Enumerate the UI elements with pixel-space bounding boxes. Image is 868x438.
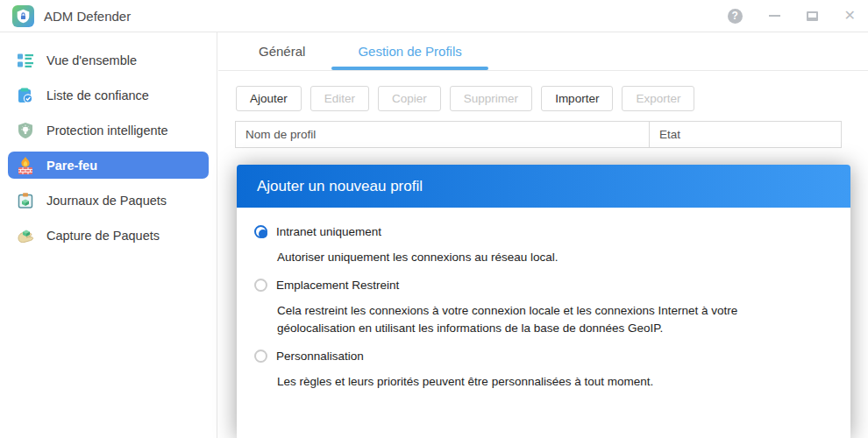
close-icon[interactable]: ✕ <box>844 9 856 23</box>
trust-list-icon <box>15 85 36 106</box>
dialog-body: Intranet uniquement Autoriser uniquement… <box>237 208 850 391</box>
option-description: Cela restreint les connexions à votre co… <box>277 302 819 337</box>
minimize-icon[interactable] <box>769 15 780 17</box>
column-header-profile-name[interactable]: Nom de profil <box>236 122 650 147</box>
option-label: Emplacement Restreint <box>276 279 399 292</box>
export-button[interactable]: Exporter <box>622 86 694 111</box>
maximize-icon[interactable] <box>807 11 818 21</box>
smart-protection-icon <box>15 120 36 141</box>
sidebar-item-label: Journaux de Paquets <box>46 194 167 208</box>
sidebar-item-packet-logs[interactable]: Journaux de Paquets <box>8 187 209 214</box>
sidebar-item-packet-capture[interactable]: Capture de Paquets <box>8 222 209 249</box>
packet-logs-icon <box>15 190 36 211</box>
import-button[interactable]: Importer <box>541 86 613 111</box>
sidebar-item-label: Capture de Paquets <box>46 229 160 243</box>
sidebar-item-firewall[interactable]: Pare-feu <box>8 152 209 179</box>
add-button[interactable]: Ajouter <box>236 86 302 111</box>
option-description: Autoriser uniquement les connexions au r… <box>277 249 819 266</box>
option-intranet-only: Intranet uniquement Autoriser uniquement… <box>254 225 831 266</box>
option-label: Intranet uniquement <box>276 225 381 238</box>
radio-unselected-icon[interactable] <box>254 279 267 292</box>
radio-row-intranet-only[interactable]: Intranet uniquement <box>254 225 831 238</box>
option-restricted-location: Emplacement Restreint Cela restreint les… <box>254 279 831 337</box>
tab-general[interactable]: Général <box>232 32 331 70</box>
delete-button[interactable]: Supprimer <box>450 86 532 111</box>
help-icon[interactable]: ? <box>728 9 743 24</box>
copy-button[interactable]: Copier <box>378 86 441 111</box>
shield-lock-icon <box>16 9 31 24</box>
column-header-state[interactable]: Etat <box>650 122 841 147</box>
sidebar-item-label: Protection intelligente <box>46 124 168 138</box>
sidebar-item-smart-protection[interactable]: Protection intelligente <box>8 117 209 144</box>
sidebar-item-label: Pare-feu <box>46 159 97 173</box>
profile-table-header: Nom de profil Etat <box>235 121 842 148</box>
option-description: Les règles et leurs priorités peuvent êt… <box>277 373 819 391</box>
adm-defender-app-icon <box>12 5 34 27</box>
sidebar: Vue d'ensemble Liste de confiance <box>0 32 217 438</box>
window-controls: ? ✕ <box>728 9 856 24</box>
sidebar-item-label: Vue d'ensemble <box>46 53 137 67</box>
dialog-title: Ajouter un nouveau profil <box>237 165 850 208</box>
sidebar-item-overview[interactable]: Vue d'ensemble <box>8 46 209 74</box>
radio-row-restricted-location[interactable]: Emplacement Restreint <box>254 279 831 292</box>
radio-unselected-icon[interactable] <box>254 350 267 363</box>
add-profile-dialog: Ajouter un nouveau profil Intranet uniqu… <box>237 165 850 438</box>
title-bar: ADM Defender ? ✕ <box>0 0 868 32</box>
packet-capture-icon <box>15 225 36 246</box>
overview-icon <box>15 50 36 71</box>
tab-bar: Général Gestion de Profils <box>218 32 868 71</box>
radio-selected-icon[interactable] <box>254 225 267 238</box>
firewall-icon <box>15 155 36 176</box>
option-label: Personnalisation <box>276 350 364 363</box>
adm-defender-window: ADM Defender ? ✕ Vue d'ensemble <box>0 0 868 438</box>
app-title: ADM Defender <box>44 9 131 24</box>
radio-row-customization[interactable]: Personnalisation <box>254 350 831 363</box>
edit-button[interactable]: Editer <box>310 86 369 111</box>
sidebar-item-label: Liste de confiance <box>46 88 149 102</box>
profile-toolbar: Ajouter Editer Copier Supprimer Importer… <box>218 71 868 111</box>
tab-profile-management[interactable]: Gestion de Profils <box>331 32 487 70</box>
sidebar-item-trust-list[interactable]: Liste de confiance <box>8 81 209 109</box>
option-customization: Personnalisation Les règles et leurs pri… <box>254 350 831 391</box>
